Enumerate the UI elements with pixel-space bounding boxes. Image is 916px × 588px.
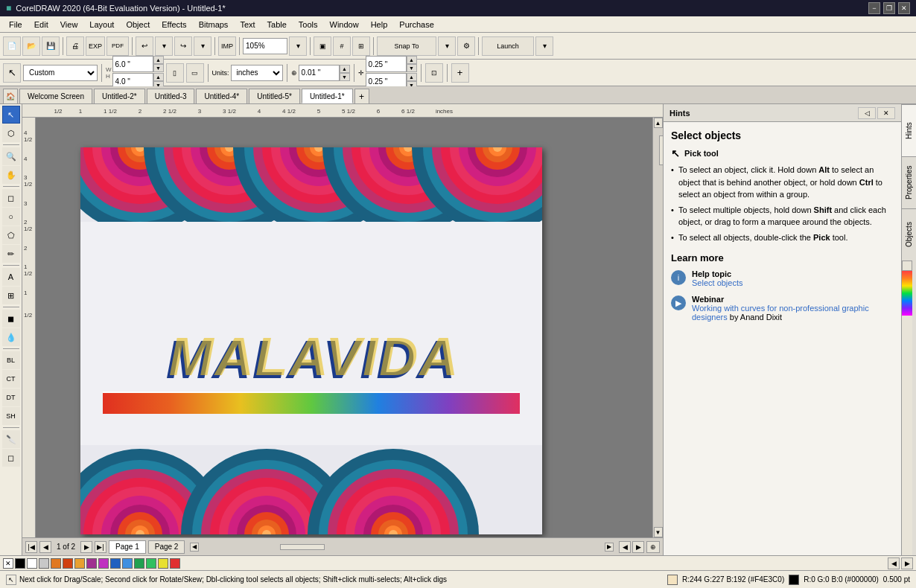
dup-y-up[interactable]: ▲ — [407, 73, 417, 81]
menu-purchase[interactable]: Purchase — [393, 19, 439, 31]
right-tab-hints[interactable]: Hints — [902, 104, 916, 156]
menu-window[interactable]: Window — [324, 19, 365, 31]
portrait-button[interactable]: ▯ — [166, 63, 184, 83]
export-button[interactable]: EXP — [86, 36, 105, 56]
redo-dropdown[interactable]: ▾ — [194, 36, 211, 56]
tab-untitled-4[interactable]: Untitled-4* — [196, 89, 247, 103]
fill-tool[interactable]: ◼ — [2, 310, 20, 327]
menu-object[interactable]: Object — [120, 19, 156, 31]
zoom-fit-btn[interactable]: ⊕ — [646, 541, 660, 553]
scroll-down-button[interactable]: ▼ — [654, 527, 663, 537]
shadow-tool[interactable]: SH — [2, 407, 20, 425]
undo-dropdown[interactable]: ▾ — [155, 36, 173, 56]
swatch-blue[interactable] — [110, 558, 121, 569]
grid-button[interactable]: # — [333, 36, 351, 56]
polygon-tool[interactable]: ⬠ — [2, 226, 20, 244]
nudge-input[interactable] — [299, 65, 340, 81]
swatch-light-blue[interactable] — [122, 558, 133, 569]
home-tab[interactable]: 🏠 — [3, 89, 18, 103]
rectangle-tool[interactable]: ◻ — [2, 189, 20, 207]
right-tab-objects[interactable]: Objects — [902, 208, 916, 261]
import-button[interactable]: IMP — [218, 36, 236, 56]
status-icon[interactable]: ↖ — [6, 575, 16, 585]
menu-tools[interactable]: Tools — [293, 19, 324, 31]
ellipse-tool[interactable]: ○ — [2, 208, 20, 226]
menu-effects[interactable]: Effects — [156, 19, 192, 31]
restore-button[interactable]: ❐ — [883, 2, 895, 14]
hints-close-btn[interactable]: ✕ — [877, 107, 895, 119]
right-tab-properties[interactable]: Properties — [902, 156, 916, 208]
tab-untitled-1[interactable]: Untitled-1* — [302, 89, 353, 103]
zoom-tool[interactable]: 🔍 — [2, 147, 20, 165]
options-button[interactable]: ⚙ — [457, 36, 475, 56]
swatch-yellow[interactable] — [158, 558, 168, 569]
pan-tool[interactable]: ✋ — [2, 166, 20, 184]
last-page-btn[interactable]: ▶| — [95, 541, 106, 553]
snap-dropdown[interactable]: ▾ — [438, 36, 456, 56]
eyedropper-tool[interactable]: 💧 — [2, 328, 20, 346]
height-up[interactable]: ▲ — [153, 73, 164, 81]
swatch-purple[interactable] — [86, 558, 97, 569]
menu-layout[interactable]: Layout — [83, 19, 120, 31]
menu-table[interactable]: Table — [261, 19, 293, 31]
save-button[interactable]: 💾 — [42, 36, 60, 56]
width-up[interactable]: ▲ — [153, 56, 164, 64]
node-tool[interactable]: ⬡ — [2, 124, 20, 142]
tab-untitled-2[interactable]: Untitled-2* — [94, 89, 145, 103]
dup-x-up[interactable]: ▲ — [407, 56, 417, 64]
menu-view[interactable]: View — [54, 19, 84, 31]
tab-welcome-screen[interactable]: Welcome Screen — [19, 89, 92, 103]
eraser-tool[interactable]: ◻ — [2, 449, 20, 467]
first-page-btn[interactable]: |◀ — [25, 541, 37, 553]
swatch-orange[interactable] — [51, 558, 61, 569]
palette-left-btn[interactable]: ◀ — [888, 557, 900, 569]
landscape-button[interactable]: ▭ — [186, 63, 204, 83]
swatch-gray[interactable] — [39, 558, 49, 569]
view-mode-button[interactable]: ▣ — [314, 36, 331, 56]
close-button[interactable]: ✕ — [898, 2, 910, 14]
scroll-left-btn[interactable]: ◀ — [190, 543, 199, 552]
menu-text[interactable]: Text — [234, 19, 261, 31]
units-dropdown[interactable]: inches mm cm — [231, 65, 283, 81]
h-scroll-thumb[interactable] — [280, 544, 325, 550]
vertical-scrollbar[interactable]: ▲ ▼ — [652, 118, 663, 537]
prev-page-btn[interactable]: ◀ — [39, 541, 51, 553]
scroll-right-btn[interactable]: ▶ — [605, 543, 614, 552]
menu-file[interactable]: File — [3, 19, 28, 31]
no-fill-swatch[interactable]: ✕ — [3, 558, 13, 569]
next-page-btn[interactable]: ▶ — [80, 541, 92, 553]
help-topic-link[interactable]: Select objects — [692, 278, 742, 287]
menu-edit[interactable]: Edit — [28, 19, 54, 31]
horizontal-scrollbar[interactable]: ◀ ▶ — [190, 542, 614, 552]
swatch-magenta[interactable] — [98, 558, 109, 569]
width-input[interactable] — [112, 56, 153, 72]
right-strip-options[interactable] — [902, 261, 912, 271]
redo-button[interactable]: ↪ — [174, 36, 192, 56]
pick-tool[interactable]: ↖ — [2, 106, 20, 124]
width-down[interactable]: ▼ — [153, 64, 164, 72]
distort-tool[interactable]: DT — [2, 389, 20, 406]
swatch-red[interactable] — [170, 558, 180, 569]
dup-x-down[interactable]: ▼ — [407, 64, 417, 72]
open-button[interactable]: 📂 — [22, 36, 40, 56]
blend-tool[interactable]: BL — [2, 351, 20, 369]
text-tool[interactable]: A — [2, 268, 20, 286]
table-button[interactable]: ⊞ — [352, 36, 370, 56]
nudge-down[interactable]: ▼ — [340, 73, 350, 81]
swatch-black[interactable] — [15, 558, 25, 569]
minimize-button[interactable]: − — [868, 2, 880, 14]
page-1-tab[interactable]: Page 1 — [109, 540, 146, 554]
preset-dropdown[interactable]: Custom Letter A4 — [23, 65, 98, 81]
freehand-tool[interactable]: ✏ — [2, 245, 20, 263]
print-button[interactable]: 🖨 — [66, 36, 84, 56]
tab-untitled-5[interactable]: Untitled-5* — [249, 89, 300, 103]
swatch-white[interactable] — [27, 558, 37, 569]
palette-right-btn[interactable]: ▶ — [901, 557, 913, 569]
add-tab-button[interactable]: + — [354, 89, 369, 103]
swatch-gold[interactable] — [74, 558, 85, 569]
page-options-button[interactable]: ⊡ — [425, 63, 443, 83]
page-2-tab[interactable]: Page 2 — [148, 540, 185, 554]
pdf-button[interactable]: PDF — [106, 36, 129, 56]
undo-button[interactable]: ↩ — [136, 36, 153, 56]
scroll-extra-right[interactable]: ▶ — [632, 541, 644, 553]
